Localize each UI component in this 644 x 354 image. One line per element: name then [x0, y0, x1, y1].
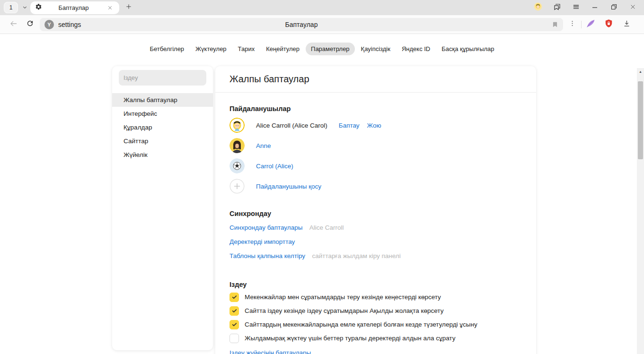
users-section-title: Пайдаланушылар — [229, 105, 522, 112]
titlebar: 1 Баптаулар — [0, 0, 644, 15]
carrol-avatar[interactable] — [229, 158, 245, 173]
user-row-alice: Alice Carroll (Alice Carol) Баптау Жою — [229, 118, 522, 133]
sync-settings-link[interactable]: Синхрондау баптаулары — [229, 224, 302, 231]
search-input[interactable] — [119, 70, 206, 86]
kebab-menu-icon — [569, 20, 576, 29]
sidebar-item-general[interactable]: Жалпы баптаулар — [112, 93, 213, 107]
search-section: Іздеу Мекенжайлар мен сұратымдарды теру … — [215, 281, 536, 354]
page-actions-button[interactable] — [563, 16, 581, 33]
import-data-link[interactable]: Деректерді импорттау — [229, 238, 295, 245]
tab-title: Баптаулар — [42, 4, 105, 11]
nav-tab-history[interactable]: Тарих — [233, 43, 260, 55]
url-text: settings — [58, 21, 81, 28]
protect-button[interactable] — [600, 16, 618, 33]
profile-avatar-button[interactable] — [529, 0, 547, 15]
user-link[interactable]: Carrol (Alice) — [256, 163, 293, 170]
user-delete-link[interactable]: Жою — [367, 122, 381, 129]
gear-icon — [35, 3, 42, 12]
menu-button[interactable] — [566, 0, 585, 15]
users-section: Пайдаланушылар Alice Carroll (Alice Caro… — [215, 105, 536, 194]
search-option-row: Сайтта іздеу кезінде іздеу сұратымдарын … — [229, 306, 522, 316]
reload-button[interactable] — [22, 17, 38, 33]
anne-avatar[interactable] — [229, 138, 245, 153]
search-option-row: Мекенжайлар мен сұратымдарды теру кезінд… — [229, 292, 522, 302]
sidebar-item-tools[interactable]: Құралдар — [112, 121, 213, 134]
nav-tab-security[interactable]: Қауіпсіздік — [356, 43, 396, 55]
nav-tab-settings[interactable]: Параметрлер — [306, 43, 355, 55]
add-user-icon[interactable] — [229, 179, 245, 194]
scrollbar-up-arrow[interactable]: ▲ — [637, 70, 644, 73]
profile-avatar-icon — [534, 2, 542, 13]
option-label: Сайтта іздеу кезінде іздеу сұратымдарын … — [245, 307, 443, 314]
page-title: Жалпы баптаулар — [215, 66, 536, 93]
downloads-button[interactable] — [618, 16, 635, 33]
reload-icon — [26, 19, 34, 29]
address-bar[interactable]: Y settings Баптаулар — [40, 18, 563, 31]
checkbox-site-search[interactable] — [229, 306, 239, 316]
user-link[interactable]: Anne — [256, 142, 271, 149]
settings-main-panel: Жалпы баптаулар Пайдаланушылар Alice Car… — [215, 66, 536, 354]
tab-groups-button[interactable] — [547, 0, 566, 15]
sidebar-item-system[interactable]: Жүйелік — [112, 148, 213, 162]
sidebar-item-interface[interactable]: Интерфейс — [112, 107, 213, 121]
download-icon — [623, 19, 631, 29]
address-bar-page-title: Баптаулар — [40, 21, 563, 28]
option-label: Жылдамырақ жүктеу үшін беттер туралы дер… — [245, 335, 455, 342]
site-badge-icon: Y — [44, 20, 54, 29]
tab-list-button[interactable] — [19, 2, 30, 13]
close-icon — [107, 4, 113, 12]
scrollbar-thumb[interactable] — [638, 81, 643, 159]
user-row-anne: Anne — [229, 138, 522, 153]
option-label: Сайттардың мекенжайларында емле қателері… — [245, 321, 477, 328]
protect-shield-icon — [604, 19, 613, 30]
browser-tab[interactable]: Баптаулар — [30, 1, 119, 14]
plus-icon — [125, 3, 132, 12]
user-configure-link[interactable]: Баптау — [339, 122, 360, 129]
pen-feather-icon — [586, 18, 596, 30]
nav-tab-extensions[interactable]: Кеңейтулер — [261, 43, 305, 55]
search-engine-settings-link[interactable]: Іздеу жүйесінің баптаулары — [229, 349, 311, 354]
search-section-title: Іздеу — [229, 281, 522, 288]
checkbox-prefetch[interactable] — [229, 334, 239, 343]
hamburger-menu-icon — [573, 3, 580, 12]
nav-tab-yandex-id[interactable]: Яндекс ID — [397, 43, 435, 55]
back-arrow-icon — [9, 19, 18, 30]
restore-icon — [611, 3, 617, 12]
sync-account-note: Alice Carroll — [309, 224, 344, 231]
checkbox-suggestions[interactable] — [229, 293, 239, 302]
settings-nav: Бетбелгілер Жүктеулер Тарих Кеңейтулер П… — [0, 43, 644, 55]
nav-tab-bookmarks[interactable]: Бетбелгілер — [144, 43, 189, 55]
minimize-icon — [592, 3, 598, 12]
close-window-button[interactable] — [623, 0, 642, 15]
yandex-pen-button[interactable] — [582, 16, 600, 33]
scrollbar[interactable]: ▲ — [637, 68, 644, 354]
new-tab-button[interactable] — [124, 3, 133, 12]
restore-button[interactable] — [604, 0, 623, 15]
settings-page: Бетбелгілер Жүктеулер Тарих Кеңейтулер П… — [0, 34, 644, 354]
search-option-row: Жылдамырақ жүктеу үшін беттер туралы дер… — [229, 333, 522, 343]
nav-tab-downloads[interactable]: Жүктеулер — [190, 43, 232, 55]
alice-avatar[interactable] — [229, 118, 245, 133]
user-name: Alice Carroll (Alice Carol) — [256, 122, 327, 129]
add-user-row: Пайдаланушыны қосу — [229, 179, 522, 194]
user-row-carrol: Carrol (Alice) — [229, 158, 522, 173]
sync-row: Синхрондау баптаулары Alice Carroll — [229, 223, 522, 232]
minimize-button[interactable] — [585, 0, 604, 15]
option-label: Мекенжайлар мен сұратымдарды теру кезінд… — [245, 294, 441, 301]
sync-section-title: Синхрондау — [229, 210, 522, 217]
nav-tab-other-devices[interactable]: Басқа құрылғылар — [436, 43, 499, 55]
sidebar-item-sites[interactable]: Сайттар — [112, 134, 213, 148]
checkbox-spelling[interactable] — [229, 320, 239, 329]
close-icon — [630, 3, 636, 12]
tab-groups-icon — [553, 3, 561, 13]
chevron-down-icon — [22, 3, 27, 12]
tableau-note: сайттарға жылдам кіру панелі — [312, 252, 400, 259]
browser-window: 1 Баптаулар — [0, 0, 644, 354]
tab-counter[interactable]: 1 — [4, 2, 18, 13]
bookmark-icon[interactable] — [552, 21, 558, 30]
back-button[interactable] — [6, 17, 22, 33]
tab-close-button[interactable] — [105, 3, 115, 13]
sync-row: Таблоны қалпына келтіру сайттарға жылдам… — [229, 251, 522, 260]
add-user-link[interactable]: Пайдаланушыны қосу — [256, 183, 321, 190]
restore-tableau-link[interactable]: Таблоны қалпына келтіру — [229, 252, 305, 259]
